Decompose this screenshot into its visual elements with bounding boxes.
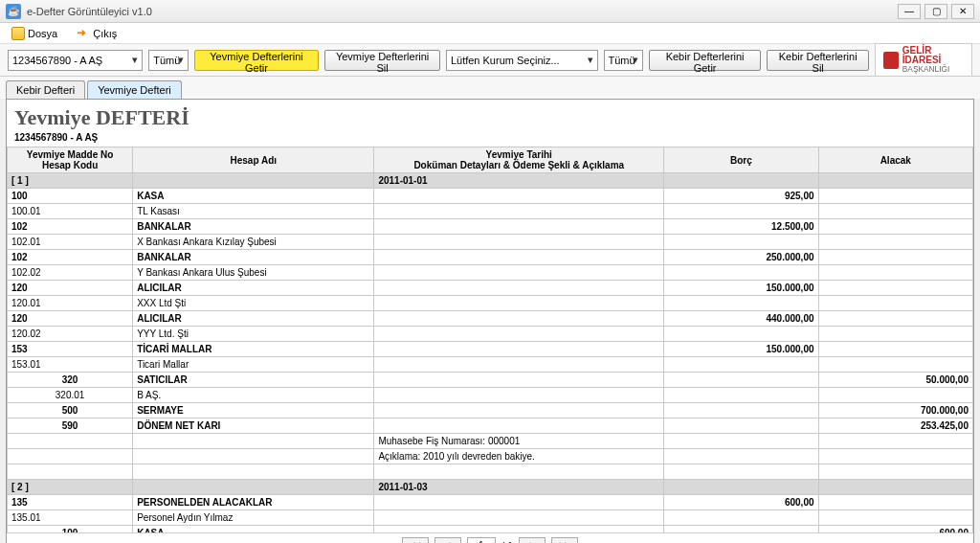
col-header-desc: Yevmiye TarihiDoküman Detayları & Ödeme … xyxy=(374,147,664,173)
table-row: 153TİCARİ MALLAR150.000,00 xyxy=(8,342,973,357)
minimize-button[interactable]: — xyxy=(898,4,921,19)
table-row: 102BANKALAR250.000,00 xyxy=(8,250,973,265)
table-row: [ 1 ]2011-01-01 xyxy=(8,173,973,189)
menu-cikis[interactable]: Çıkış xyxy=(71,25,122,42)
table-row: 100.01TL Kasası xyxy=(8,204,973,219)
col-header-alacak: Alacak xyxy=(818,147,972,173)
pager-total: / 1 xyxy=(501,540,513,544)
col-header-code: Yevmiye Madde NoHesap Kodu xyxy=(8,147,133,173)
gib-logo-icon xyxy=(883,52,899,69)
table-row: 102.02Y Bankası Ankara Ulus Şubesi xyxy=(8,265,973,281)
table-row: 320.01B AŞ. xyxy=(8,388,973,403)
menu-dosya-label: Dosya xyxy=(28,28,57,39)
tab-kebir[interactable]: Kebir Defteri xyxy=(6,80,85,99)
pager-page-input[interactable] xyxy=(467,537,496,544)
report-subtitle: 1234567890 - A AŞ xyxy=(7,132,973,147)
exit-icon xyxy=(77,27,90,40)
company-select[interactable]: 1234567890 - A AŞ xyxy=(8,50,143,71)
pager: << < / 1 > >> xyxy=(7,532,973,543)
maximize-button[interactable]: ▢ xyxy=(924,4,947,19)
col-header-borc: Borç xyxy=(664,147,818,173)
table-row: 120ALICILAR150.000,00 xyxy=(8,281,973,296)
table-row: 120.01XXX Ltd Şti xyxy=(8,296,973,311)
table-row: 135PERSONELDEN ALACAKLAR600,00 xyxy=(8,495,973,510)
report-title: Yevmiye DEFTERİ xyxy=(7,100,973,132)
table-row: 102.01X Bankası Ankara Kızılay Şubesi xyxy=(8,235,973,250)
menu-dosya[interactable]: Dosya xyxy=(6,25,63,42)
menubar: Dosya Çıkış xyxy=(0,23,980,44)
table-row: Muhasebe Fiş Numarası: 000001 xyxy=(8,434,973,449)
kurum-select[interactable]: Lütfen Kurum Seçiniz... xyxy=(446,50,598,71)
table-row: 100KASA925,00 xyxy=(8,189,973,204)
menu-cikis-label: Çıkış xyxy=(93,28,117,39)
table-row: 120.02YYY Ltd. Şti xyxy=(8,327,973,342)
table-row: 102BANKALAR12.500,00 xyxy=(8,219,973,235)
col-header-name: Hesap Adı xyxy=(133,147,374,173)
app-icon: ☕ xyxy=(6,4,21,19)
table-row: 500SERMAYE700.000,00 xyxy=(8,403,973,419)
table-row: [ 2 ]2011-01-03 xyxy=(8,480,973,495)
pager-last[interactable]: >> xyxy=(551,537,578,544)
yevmiye-sil-button[interactable]: Yevmiye Defterlerini Sil xyxy=(324,50,440,71)
tab-yevmiye[interactable]: Yevmiye Defteri xyxy=(87,80,182,99)
tabs: Kebir Defteri Yevmiye Defteri xyxy=(0,77,980,99)
table-row: Açıklama: 2010 yılı devreden bakiye. xyxy=(8,449,973,464)
close-button[interactable]: ✕ xyxy=(951,4,974,19)
yevmiye-getir-button[interactable]: Yevmiye Defterlerini Getir xyxy=(194,50,320,71)
table-row: 590DÖNEM NET KARI253.425,00 xyxy=(8,419,973,434)
table-row: 153.01Ticari Mallar xyxy=(8,357,973,373)
period-select-2[interactable]: Tümü xyxy=(604,50,643,71)
gib-logo: GELİR İDARESİBAŞKANLIĞI xyxy=(875,43,972,76)
pager-first[interactable]: << xyxy=(402,537,429,544)
period-select-1[interactable]: Tümü xyxy=(148,50,188,71)
titlebar: ☕ e-Defter Görüntüleyici v1.0 — ▢ ✕ xyxy=(0,0,980,23)
pager-next[interactable]: > xyxy=(519,537,546,544)
table-row: 135.01Personel Aydın Yılmaz xyxy=(8,510,973,526)
folder-icon xyxy=(11,27,25,40)
kebir-getir-button[interactable]: Kebir Defterlerini Getir xyxy=(649,50,761,71)
pager-prev[interactable]: < xyxy=(434,537,461,544)
table-row xyxy=(8,464,973,480)
report-area: Yevmiye DEFTERİ 1234567890 - A AŞ Yevmiy… xyxy=(6,99,974,543)
window-title: e-Defter Görüntüleyici v1.0 xyxy=(27,6,898,17)
kebir-sil-button[interactable]: Kebir Defterlerini Sil xyxy=(767,50,869,71)
table-row: 100KASA600,00 xyxy=(8,526,973,533)
table-row: 320SATICILAR50.000,00 xyxy=(8,373,973,388)
grid-scroll[interactable]: Yevmiye Madde NoHesap Kodu Hesap Adı Yev… xyxy=(7,147,973,532)
toolbar: 1234567890 - A AŞ Tümü Yevmiye Defterler… xyxy=(0,44,980,77)
ledger-table: Yevmiye Madde NoHesap Kodu Hesap Adı Yev… xyxy=(7,147,973,532)
table-row: 120ALICILAR440.000,00 xyxy=(8,311,973,327)
